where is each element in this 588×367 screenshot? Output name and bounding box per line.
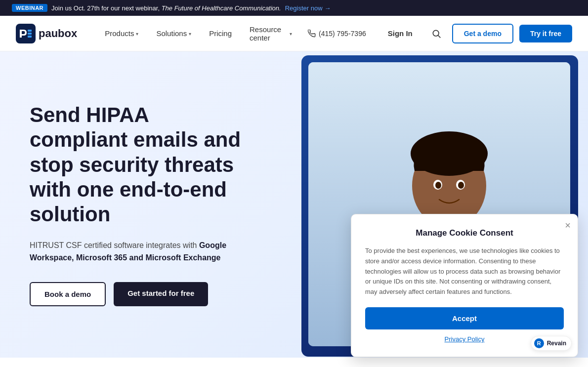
products-chevron-icon: ▾ xyxy=(136,31,138,37)
search-icon xyxy=(431,29,441,39)
nav-resource-center[interactable]: Resource center ▾ xyxy=(242,21,300,46)
svg-rect-1 xyxy=(28,30,32,32)
logo-icon xyxy=(16,24,36,43)
hero-title: Send HIPAA compliant emails and stop sec… xyxy=(30,103,247,227)
hero-content: Send HIPAA compliant emails and stop sec… xyxy=(0,73,277,336)
solutions-chevron-icon: ▾ xyxy=(189,31,191,37)
svg-point-17 xyxy=(458,182,464,189)
svg-point-16 xyxy=(435,182,441,189)
webinar-register-link[interactable]: Register now xyxy=(285,4,331,12)
try-free-button[interactable]: Try it free xyxy=(519,25,572,42)
book-demo-button[interactable]: Book a demo xyxy=(30,282,106,306)
cookie-body-text: To provide the best experiences, we use … xyxy=(365,246,564,297)
nav-links: Products ▾ Solutions ▾ Pricing Resource … xyxy=(97,21,300,46)
get-demo-button[interactable]: Get a demo xyxy=(452,24,513,43)
nav-sign-in[interactable]: Sign In xyxy=(380,25,420,41)
nav-phone[interactable]: (415) 795-7396 xyxy=(300,26,374,41)
cookie-modal-overlay: × Manage Cookie Consent To provide the b… xyxy=(351,214,578,357)
resource-chevron-icon: ▾ xyxy=(290,31,292,37)
cookie-close-button[interactable]: × xyxy=(565,220,571,230)
nav-products[interactable]: Products ▾ xyxy=(97,25,146,41)
webinar-badge: WEBINAR xyxy=(12,4,47,12)
webinar-banner: WEBINAR Join us Oct. 27th for our next w… xyxy=(0,0,588,16)
cookie-accept-button[interactable]: Accept xyxy=(365,307,564,329)
revain-badge: R Revain xyxy=(531,336,572,351)
logo-text: paubox xyxy=(39,27,77,40)
svg-rect-2 xyxy=(28,33,32,35)
get-started-free-button[interactable]: Get started for free xyxy=(114,282,208,306)
nav-actions: (415) 795-7396 Sign In Get a demo Try it… xyxy=(300,24,572,43)
webinar-text: Join us Oct. 27th for our next webinar, … xyxy=(51,4,281,12)
search-button[interactable] xyxy=(426,24,446,43)
navbar: paubox Products ▾ Solutions ▾ Pricing Re… xyxy=(0,16,588,51)
nav-solutions[interactable]: Solutions ▾ xyxy=(148,25,199,41)
logo[interactable]: paubox xyxy=(16,24,77,43)
phone-icon xyxy=(308,30,316,38)
svg-rect-3 xyxy=(28,36,32,38)
cookie-modal: × Manage Cookie Consent To provide the b… xyxy=(351,214,578,357)
revain-icon: R xyxy=(534,338,544,348)
svg-point-4 xyxy=(433,30,439,36)
svg-line-5 xyxy=(438,35,440,38)
nav-pricing[interactable]: Pricing xyxy=(201,25,240,41)
cookie-title: Manage Cookie Consent xyxy=(365,228,564,238)
hero-buttons: Book a demo Get started for free xyxy=(30,282,247,306)
hero-subtitle: HITRUST CSF certified software integrate… xyxy=(30,239,247,264)
